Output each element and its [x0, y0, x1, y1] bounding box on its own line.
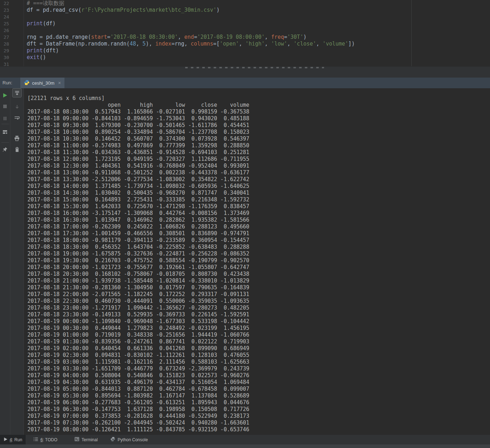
toolwindow-button-terminal[interactable]: Terminal: [71, 435, 101, 444]
run-control-toolbar: [0, 88, 10, 435]
editor-gutter: 22232425262728293031: [0, 0, 24, 66]
console-toolbar: [10, 88, 24, 435]
right-margin-guide: [411, 0, 412, 66]
pause-icon[interactable]: [0, 116, 10, 121]
toolbar-separator: [1, 124, 9, 124]
todo-list-icon: [33, 437, 38, 443]
code-line[interactable]: rng = pd.date_range(start='2017-08-18 08…: [27, 34, 490, 41]
line-number: 29: [0, 47, 24, 54]
editor-console-splitter[interactable]: [0, 66, 490, 78]
clipped-code-line: [185, 67, 324, 68]
python-console-icon: [110, 437, 115, 443]
toolwindow-bar: 4: Run 6: TODO Terminal Python Console: [0, 435, 490, 444]
line-number: 30: [0, 54, 24, 61]
code-line[interactable]: [27, 14, 490, 20]
python-console-button-label: Python Console: [118, 437, 148, 442]
code-line[interactable]: print(df): [27, 20, 490, 27]
run-label: Run:: [0, 78, 20, 88]
toolbar-separator: [1, 142, 9, 143]
stop-icon[interactable]: [0, 104, 10, 109]
print-icon[interactable]: [10, 135, 24, 141]
down-arrow-icon[interactable]: [10, 104, 24, 110]
todo-button-label: 6: TODO: [40, 437, 57, 442]
run-play-icon: [4, 437, 7, 442]
pin-icon[interactable]: [0, 147, 10, 152]
line-number: 31: [0, 61, 24, 66]
rerun-icon[interactable]: [0, 93, 10, 98]
code-line[interactable]: print(dft): [27, 47, 490, 54]
close-icon[interactable]: ×: [58, 80, 61, 85]
status-bar: [0, 444, 490, 448]
run-header-spacer: [64, 78, 490, 88]
terminal-icon: [74, 437, 79, 443]
console-output[interactable]: [22121 rows x 6 columns] open high low c…: [24, 88, 490, 433]
code-line[interactable]: [27, 27, 490, 34]
code-editor[interactable]: 22232425262728293031 # ===读取数据df = pd.re…: [0, 0, 490, 66]
run-console[interactable]: [22121 rows x 6 columns] open high low c…: [24, 88, 490, 435]
line-number: 25: [0, 20, 24, 27]
scroll-to-end-icon[interactable]: [12, 88, 22, 97]
run-toolwindow-header: Run: ceshi_30m ×: [0, 78, 490, 88]
line-number: 27: [0, 34, 24, 41]
line-number: 28: [0, 41, 24, 47]
terminal-button-label: Terminal: [82, 437, 98, 442]
restore-layout-icon[interactable]: [0, 129, 10, 135]
code-line[interactable]: dft = DataFrame(np.random.randn(48, 5), …: [27, 41, 490, 47]
toolwindow-button-todo[interactable]: 6: TODO: [30, 435, 61, 444]
soft-wrap-icon[interactable]: [10, 115, 24, 121]
run-tab-label: ceshi_30m: [32, 80, 54, 86]
code-line[interactable]: exit(): [27, 54, 490, 61]
code-line[interactable]: [27, 61, 490, 66]
python-icon: [24, 80, 30, 86]
line-number: 24: [0, 14, 24, 20]
toolwindow-button-run[interactable]: 4: Run: [0, 435, 26, 444]
code-line[interactable]: # ===读取数据: [27, 0, 490, 7]
run-button-label: 4: Run: [10, 437, 22, 442]
line-number: 26: [0, 27, 24, 34]
code-area[interactable]: # ===读取数据df = pd.read_csv(r'F:\PycharmPr…: [27, 0, 490, 66]
line-number: 22: [0, 0, 24, 7]
toolwindow-button-python-console[interactable]: Python Console: [107, 435, 151, 444]
line-number: 23: [0, 7, 24, 14]
code-line[interactable]: df = pd.read_csv(r'F:\PycharmProjects\ma…: [27, 7, 490, 14]
run-tab-ceshi-30m[interactable]: ceshi_30m ×: [20, 78, 64, 88]
clear-all-icon[interactable]: [10, 147, 24, 152]
run-toolwindow: [22121 rows x 6 columns] open high low c…: [0, 88, 490, 435]
